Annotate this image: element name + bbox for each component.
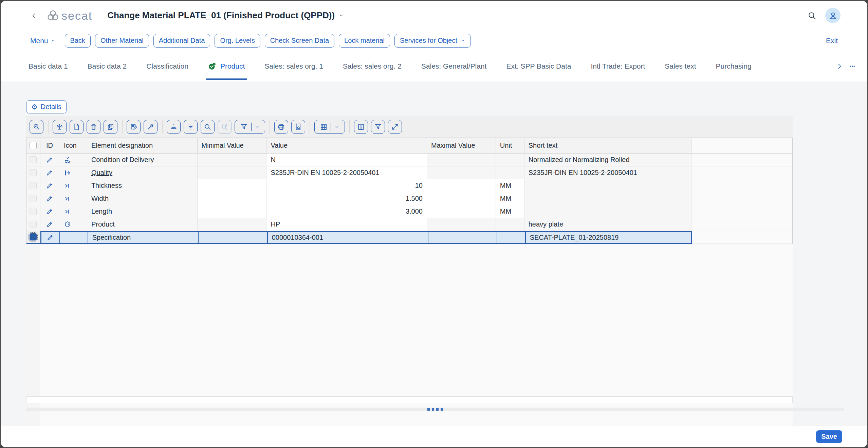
sort-descending-button[interactable]	[184, 120, 198, 134]
tab-sales-general-plant[interactable]: Sales: General/Plant	[411, 51, 497, 81]
value-cell[interactable]: S235JR-DIN EN 10025-2-20050401	[266, 166, 427, 179]
column-header-value[interactable]: Value	[266, 138, 427, 154]
select-all-checkbox[interactable]	[26, 138, 40, 154]
maximal-value-cell[interactable]	[427, 179, 496, 192]
maximal-value-cell[interactable]	[427, 192, 496, 205]
services-for-object-button[interactable]: Services for Object	[394, 34, 471, 48]
tab-sales-org-1[interactable]: Sales: sales org. 1	[255, 51, 333, 81]
column-header-short-text[interactable]: Short text	[524, 138, 692, 154]
edit-row-button[interactable]	[40, 218, 59, 231]
unit-cell[interactable]: MM	[496, 179, 524, 192]
row-select-checkbox[interactable]	[26, 192, 40, 205]
back-action-button[interactable]: Back	[65, 34, 91, 48]
minimal-value-cell[interactable]	[198, 179, 267, 192]
value-cell[interactable]: 3.000	[266, 205, 427, 218]
splitter-handle[interactable]	[26, 408, 844, 411]
services-chevron-down-icon	[460, 38, 465, 43]
value-cell[interactable]: 1.500	[266, 192, 427, 205]
scale-button[interactable]	[53, 120, 67, 134]
filter-button[interactable]	[371, 120, 385, 134]
unit-cell	[496, 166, 524, 179]
search-button[interactable]	[808, 11, 816, 20]
value-cell[interactable]: HP	[266, 218, 427, 231]
tab-ext-spp-basic-data[interactable]: Ext. SPP Basic Data	[496, 51, 581, 81]
unit-cell[interactable]: MM	[496, 192, 524, 205]
set-filter-split-button[interactable]	[235, 120, 265, 134]
edit-row-button[interactable]	[40, 179, 59, 192]
title-group[interactable]: Change Material PLATE_01 (Finished Produ…	[107, 10, 344, 21]
sort-ascending-button[interactable]	[167, 120, 181, 134]
menu-button[interactable]: Menu	[28, 36, 58, 45]
element-designation-cell[interactable]: Length	[87, 205, 198, 218]
delete-entry-button[interactable]	[87, 120, 100, 134]
row-select-checkbox[interactable]	[26, 205, 40, 218]
tabs-overflow-button[interactable]	[849, 63, 855, 69]
column-header-maximal-value[interactable]: Maximal Value	[427, 138, 496, 154]
details-button[interactable]: ⚙ Details	[26, 100, 67, 113]
row-select-checkbox[interactable]	[26, 166, 40, 179]
copy-entry-button[interactable]	[104, 120, 117, 134]
tab-basic-data-1[interactable]: Basic data 1	[19, 51, 78, 81]
element-designation-cell[interactable]: Condition of Delivery	[87, 154, 198, 166]
new-entry-button[interactable]	[70, 120, 84, 134]
column-header-unit[interactable]: Unit	[496, 138, 524, 154]
arrow-to-bar-icon	[64, 182, 71, 189]
info-button[interactable]	[354, 120, 368, 134]
edit-row-button[interactable]	[40, 166, 59, 179]
save-button[interactable]: Save	[816, 430, 842, 443]
lock-material-button[interactable]: Lock material	[339, 34, 390, 48]
tab-purchasing[interactable]: Purchasing	[706, 51, 761, 81]
value-cell[interactable]: 10	[266, 179, 427, 192]
tab-sales-org-2[interactable]: Sales: sales org. 2	[333, 51, 411, 81]
element-designation-cell[interactable]: Product	[87, 218, 198, 231]
tab-intl-trade-export[interactable]: Intl Trade: Export	[581, 51, 655, 81]
horizontal-scrollbar[interactable]	[26, 396, 793, 403]
edit-row-button[interactable]	[40, 192, 59, 205]
views-split-button[interactable]	[314, 120, 345, 134]
short-text-cell: Normalized or Normalizing Rolled	[524, 154, 692, 166]
org-levels-button[interactable]: Org. Levels	[215, 34, 260, 48]
edit-row-button[interactable]	[40, 205, 59, 218]
value-cell[interactable]: 0000010364-001	[268, 232, 428, 243]
column-header-id[interactable]: ID	[40, 138, 59, 154]
row-select-checkbox[interactable]	[26, 154, 40, 166]
edit-row-button[interactable]	[41, 232, 60, 243]
back-button[interactable]	[31, 12, 38, 19]
unit-cell[interactable]: MM	[496, 205, 524, 218]
print-button[interactable]	[274, 120, 288, 134]
tab-basic-data-2[interactable]: Basic data 2	[78, 51, 137, 81]
tabs-scroll-right-button[interactable]	[836, 62, 843, 70]
minimal-value-cell[interactable]	[198, 192, 267, 205]
row-select-checkbox[interactable]	[26, 179, 40, 192]
discard-changes-button[interactable]	[144, 120, 158, 134]
tab-classification[interactable]: Classification	[136, 51, 198, 81]
print-preview-button[interactable]	[291, 120, 305, 134]
column-header-element[interactable]: Element designation	[87, 138, 198, 154]
value-cell[interactable]: N	[266, 154, 427, 166]
minimal-value-cell[interactable]	[199, 232, 268, 243]
element-designation-cell[interactable]: Width	[87, 192, 198, 205]
other-material-button[interactable]: Other Material	[95, 34, 149, 48]
edit-row-button[interactable]	[40, 154, 59, 166]
minimal-value-cell[interactable]	[198, 205, 267, 218]
row-select-checkbox[interactable]	[26, 231, 40, 244]
tab-product[interactable]: Product	[198, 51, 255, 81]
check-screen-data-button[interactable]: Check Screen Data	[265, 34, 334, 48]
maximal-value-cell[interactable]	[427, 205, 496, 218]
exit-button[interactable]: Exit	[824, 36, 840, 45]
avatar[interactable]	[825, 8, 841, 23]
edit-entries-button[interactable]	[127, 120, 141, 134]
find-button[interactable]	[201, 120, 215, 134]
row-select-checkbox[interactable]	[26, 218, 40, 231]
check-entries-button[interactable]	[30, 120, 43, 134]
unit-cell[interactable]	[497, 232, 526, 243]
element-designation-cell[interactable]: Thickness	[87, 179, 198, 192]
column-header-minimal-value[interactable]: Minimal Value	[198, 138, 267, 154]
column-header-icon[interactable]: Icon	[59, 138, 87, 154]
element-designation-link[interactable]: Quality	[87, 166, 198, 179]
tab-sales-text[interactable]: Sales text	[655, 51, 706, 81]
maximize-button[interactable]	[388, 120, 402, 134]
maximal-value-cell[interactable]	[428, 232, 497, 243]
element-designation-cell[interactable]: Specification	[88, 232, 199, 243]
additional-data-button[interactable]: Additional Data	[153, 34, 210, 48]
